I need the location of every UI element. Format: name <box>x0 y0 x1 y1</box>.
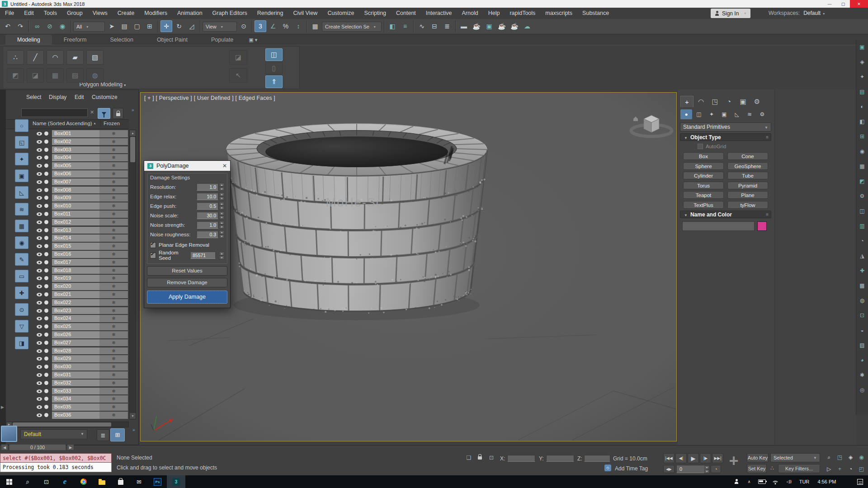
visibility-eye-icon[interactable] <box>37 140 42 144</box>
scene-object-row[interactable]: Box028❄ <box>31 347 129 355</box>
create-key-icon[interactable]: + <box>723 451 744 471</box>
render-setup-icon[interactable]: ☕ <box>471 20 482 32</box>
scene-object-row[interactable]: Box003❄ <box>31 146 129 154</box>
set-key-filters-icon[interactable]: ∴ <box>768 464 776 472</box>
layer-dropdown[interactable]: Default ▼ <box>20 429 87 439</box>
viewport-label[interactable]: [ + ] [ Perspective ] [ User Defined ] [… <box>144 95 275 101</box>
scene-object-row[interactable]: Box008❄ <box>31 186 129 194</box>
frozen-cell-icon[interactable]: ❄ <box>99 130 128 137</box>
selection-filter-dropdown[interactable]: All▾ <box>73 22 105 32</box>
spacewarps-category[interactable]: ≋ <box>744 109 755 119</box>
object-name-cell[interactable]: Box010 <box>52 202 99 210</box>
lights-category[interactable]: ✦ <box>706 109 717 119</box>
frozen-cell-icon[interactable]: ❄ <box>99 315 128 322</box>
docked-tool-icon[interactable]: ▧ <box>858 341 867 350</box>
menu-scripting[interactable]: Scripting <box>359 8 391 19</box>
sign-in-button[interactable]: Sign In ▾ <box>711 9 750 18</box>
select-and-rotate-icon[interactable]: ↻ <box>173 20 185 32</box>
visibility-eye-icon[interactable] <box>37 261 42 264</box>
menu-file[interactable]: File <box>0 8 19 19</box>
spinner-icon[interactable]: ▲▼ <box>219 202 224 210</box>
select-object-icon[interactable]: ➤ <box>106 20 118 32</box>
visibility-eye-icon[interactable] <box>37 341 42 345</box>
menu-maxscripts[interactable]: maxscripts <box>540 8 577 19</box>
scene-object-row[interactable]: Box030❄ <box>31 363 129 371</box>
object-name-cell[interactable]: Box021 <box>52 291 99 298</box>
spinner-snap-icon[interactable]: ↕ <box>292 20 304 32</box>
autogrid-checkbox[interactable] <box>698 144 703 149</box>
maxscript-result[interactable]: Processing took 0.183 seconds <box>0 463 112 472</box>
menu-modifiers[interactable]: Modifiers <box>139 8 172 19</box>
visibility-eye-icon[interactable] <box>37 285 42 288</box>
chevrons-icon[interactable]: » <box>132 108 134 113</box>
display-filter-icon[interactable]: ▦ <box>15 220 28 232</box>
poly-toggle-icon[interactable]: ⇑ <box>265 75 283 88</box>
scene-object-row[interactable]: Box027❄ <box>31 339 129 347</box>
subobject-level-icon[interactable]: ∴ <box>7 50 24 65</box>
visibility-eye-icon[interactable] <box>37 172 42 176</box>
scene-object-row[interactable]: Box011❄ <box>31 210 129 218</box>
visibility-eye-icon[interactable] <box>37 389 42 393</box>
display-filter-icon[interactable]: ≋ <box>15 203 28 216</box>
object-name-cell[interactable]: Box008 <box>52 187 99 194</box>
frozen-cell-icon[interactable]: ❄ <box>99 331 128 338</box>
display-filter-icon[interactable]: ▽ <box>15 320 28 333</box>
next-frame-icon[interactable]: |▶ <box>700 453 711 463</box>
noise-scale-field[interactable]: 30.0 <box>197 212 218 219</box>
visibility-eye-icon[interactable] <box>37 188 42 192</box>
menu-arnold[interactable]: Arnold <box>457 8 483 19</box>
ribbon-toggle-icon[interactable]: ▬ <box>458 20 470 32</box>
sort-ascending-icon[interactable]: ▲ <box>93 122 96 125</box>
menu-help[interactable]: Help <box>483 8 505 19</box>
scene-object-row[interactable]: Box034❄ <box>31 395 129 403</box>
frozen-cell-icon[interactable]: ❄ <box>99 299 128 306</box>
random-seed-checkbox[interactable] <box>150 253 156 258</box>
rendered-frame-window-icon[interactable]: ▣ <box>483 20 495 32</box>
object-name-cell[interactable]: Box022 <box>52 299 99 306</box>
poly-toggle-icon[interactable]: ▯ <box>265 62 283 75</box>
object-type-geosphere-button[interactable]: GeoSphere <box>727 162 768 170</box>
object-name-cell[interactable]: Box005 <box>52 162 99 169</box>
dialog-title-bar[interactable]: 3 PolyDamage ✕ <box>144 161 230 171</box>
display-filter-icon[interactable]: ✎ <box>15 253 28 266</box>
expand-arrow-icon[interactable]: ▶ <box>1 405 4 409</box>
scene-object-row[interactable]: Box006❄ <box>31 170 129 178</box>
orbit-icon[interactable]: ◔ <box>845 464 856 474</box>
docked-tool-icon[interactable]: ⚙ <box>858 192 867 201</box>
frozen-cell-icon[interactable]: ❄ <box>99 219 128 226</box>
create-tab[interactable]: + <box>680 96 693 107</box>
timeline-prev-icon[interactable]: ◀ <box>1 444 8 450</box>
object-name-cell[interactable]: Box018 <box>52 267 99 274</box>
fov-icon[interactable]: ▷ <box>824 464 834 474</box>
visibility-eye-icon[interactable] <box>37 132 42 136</box>
panel-collapse-strip[interactable]: ▶ <box>0 89 5 445</box>
object-name-cell[interactable]: Box026 <box>52 331 99 338</box>
visibility-eye-icon[interactable] <box>37 221 42 224</box>
mail-icon[interactable]: ✉ <box>130 475 148 488</box>
timeline-track[interactable]: 0 / 100 <box>9 444 66 450</box>
docked-tool-icon[interactable]: ▣ <box>858 42 867 52</box>
frozen-cell-icon[interactable]: ❄ <box>99 355 128 362</box>
object-name-cell[interactable]: Box031 <box>52 371 99 379</box>
object-name-cell[interactable]: Box009 <box>52 194 99 202</box>
spinner-icon[interactable]: ▲▼ <box>219 211 224 219</box>
render-in-cloud-icon[interactable]: ☁ <box>521 20 533 32</box>
frozen-cell-icon[interactable]: ❄ <box>99 291 128 298</box>
spinner-icon[interactable]: ▲▼ <box>219 221 224 229</box>
spinner-icon[interactable]: ▲▼ <box>219 192 224 200</box>
noise-strength-field[interactable]: 1.0 <box>197 221 218 229</box>
menu-interactive[interactable]: Interactive <box>421 8 457 19</box>
spinner-icon[interactable]: ▲▼ <box>219 252 224 259</box>
frozen-cell-icon[interactable]: ❄ <box>99 363 128 371</box>
scene-object-row[interactable]: Box014❄ <box>31 234 129 242</box>
zoom-region-icon[interactable]: ◉ <box>856 452 867 462</box>
poly-tool-icon[interactable]: ▤ <box>66 68 84 83</box>
docked-tool-icon[interactable]: ◉ <box>858 147 867 156</box>
visibility-eye-icon[interactable] <box>37 204 42 208</box>
display-filter-icon[interactable]: ▭ <box>15 270 28 282</box>
visibility-eye-icon[interactable] <box>37 156 42 160</box>
named-selection-sets-dropdown[interactable]: Create Selection Se▾ <box>322 22 382 32</box>
scene-object-row[interactable]: Box016❄ <box>31 250 129 258</box>
edge-relax-field[interactable]: 10.0 <box>197 193 218 200</box>
curve-editor-icon[interactable]: ∿ <box>416 20 428 32</box>
